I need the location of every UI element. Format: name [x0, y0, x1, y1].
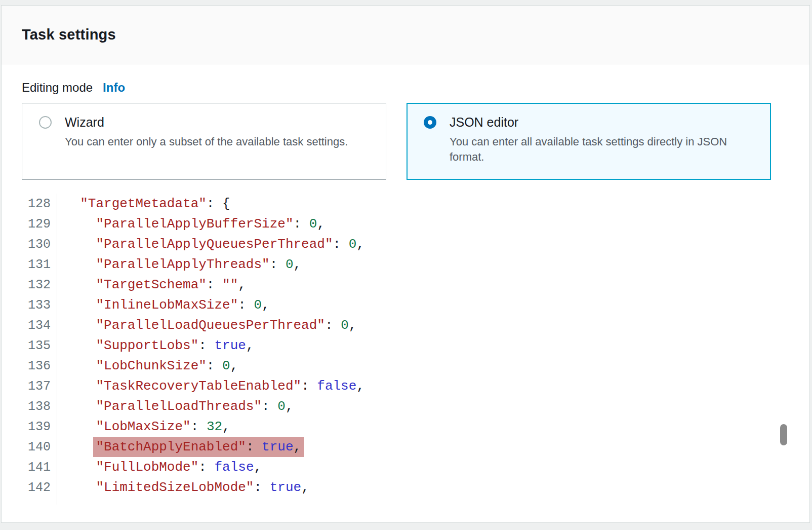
line-segment: "ParallelApplyBufferSize": 0,: [96, 216, 325, 232]
line-number: 134: [2, 315, 57, 335]
code-line[interactable]: 140 "BatchApplyEnabled": true,: [2, 437, 771, 457]
line-segment: "TargetMetadata": {: [80, 196, 230, 211]
code-line[interactable]: 138 "ParallelLoadThreads": 0,: [2, 396, 771, 417]
line-number: 136: [2, 356, 57, 376]
code-text: "ParallelApplyBufferSize": 0,: [57, 216, 325, 232]
code-line[interactable]: 131 "ParallelApplyThreads": 0,: [2, 254, 771, 275]
code-line[interactable]: 136 "LobChunkSize": 0,: [2, 356, 771, 376]
radio-wizard-icon[interactable]: [39, 116, 52, 129]
tile-json-editor-description: You can enter all available task setting…: [450, 134, 758, 165]
line-number: 142: [2, 477, 57, 498]
line-number: 139: [2, 417, 57, 437]
code-line[interactable]: 139 "LobMaxSize": 32,: [2, 417, 771, 437]
code-text: "ParallelLoadThreads": 0,: [57, 399, 294, 414]
code-line[interactable]: 128 "TargetMetadata": {: [2, 194, 771, 214]
line-segment: "FullLobMode": false,: [96, 460, 262, 475]
code-text: "TaskRecoveryTableEnabled": false,: [57, 378, 364, 394]
panel-header: Task settings: [2, 6, 809, 64]
gutter-extension-cell: [2, 498, 57, 505]
line-number: 137: [2, 376, 57, 396]
line-segment: "ParallelApplyQueuesPerThread": 0,: [96, 237, 364, 252]
line-segment: "LimitedSizeLobMode": true,: [96, 480, 309, 495]
code-text: "ParallelLoadQueuesPerThread": 0,: [57, 318, 356, 333]
code-text: "LobChunkSize": 0,: [57, 358, 238, 373]
line-segment: "InlineLobMaxSize": 0,: [96, 297, 269, 313]
tile-json-editor-label: JSON editor: [450, 115, 518, 130]
line-number: 132: [2, 275, 57, 295]
editing-mode-tiles: Wizard You can enter only a subset of th…: [22, 103, 771, 180]
code-text: "LobMaxSize": 32,: [57, 419, 230, 434]
code-line[interactable]: 134 "ParallelLoadQueuesPerThread": 0,: [2, 315, 771, 335]
line-number: 133: [2, 295, 57, 315]
code-line[interactable]: 129 "ParallelApplyBufferSize": 0,: [2, 214, 771, 234]
line-number: 131: [2, 254, 57, 275]
code-line[interactable]: 133 "InlineLobMaxSize": 0,: [2, 295, 771, 315]
line-segment: "LobChunkSize": 0,: [96, 358, 238, 373]
line-number: 138: [2, 396, 57, 417]
line-segment: "ParallelLoadQueuesPerThread": 0,: [96, 318, 356, 333]
gutter-extension: [2, 498, 771, 505]
code-text: "ParallelApplyThreads": 0,: [57, 257, 301, 272]
code-line[interactable]: 135 "SupportLobs": true,: [2, 335, 771, 356]
radio-json-editor-icon[interactable]: [424, 116, 436, 129]
tile-wizard[interactable]: Wizard You can enter only a subset of th…: [22, 103, 386, 180]
line-number: 141: [2, 457, 57, 477]
line-segment: "TargetSchema": "",: [96, 277, 246, 292]
line-number: 135: [2, 335, 57, 356]
code-line[interactable]: 130 "ParallelApplyQueuesPerThread": 0,: [2, 234, 771, 254]
line-number: 130: [2, 234, 57, 254]
tile-json-editor[interactable]: JSON editor You can enter all available …: [407, 103, 771, 180]
code-text: "FullLobMode": false,: [57, 460, 262, 475]
code-text: "TargetMetadata": {: [57, 196, 230, 211]
code-line[interactable]: 142 "LimitedSizeLobMode": true,: [2, 477, 771, 498]
editing-mode-label: Editing mode: [22, 81, 93, 95]
panel-content: Editing mode Info Wizard You can enter o…: [2, 81, 809, 505]
code-text: "SupportLobs": true,: [57, 338, 254, 353]
tile-wizard-description: You can enter only a subset of the avail…: [65, 134, 374, 149]
panel-title: Task settings: [22, 26, 116, 43]
tile-json-editor-top: JSON editor: [424, 115, 758, 130]
line-number: 129: [2, 214, 57, 234]
code-text: "LimitedSizeLobMode": true,: [57, 480, 309, 495]
code-line[interactable]: 141 "FullLobMode": false,: [2, 457, 771, 477]
task-settings-panel: Task settings Editing mode Info Wizard Y…: [1, 5, 810, 523]
info-link[interactable]: Info: [103, 81, 125, 95]
line-number: 140: [2, 437, 57, 457]
code-text: "ParallelApplyQueuesPerThread": 0,: [57, 237, 364, 252]
code-line[interactable]: 132 "TargetSchema": "",: [2, 275, 771, 295]
code-text: "InlineLobMaxSize": 0,: [57, 297, 270, 313]
editing-mode-row: Editing mode Info: [22, 81, 771, 95]
line-segment: "TaskRecoveryTableEnabled": false,: [96, 378, 364, 394]
code-text: "TargetSchema": "",: [57, 277, 246, 292]
line-number: 128: [2, 194, 57, 214]
tile-wizard-label: Wizard: [65, 115, 104, 130]
tile-wizard-top: Wizard: [39, 115, 374, 130]
line-segment: "ParallelLoadThreads": 0,: [96, 399, 293, 414]
line-segment: "ParallelApplyThreads": 0,: [96, 257, 301, 272]
code-text: "BatchApplyEnabled": true,: [57, 439, 304, 455]
highlighted-line-segment: "BatchApplyEnabled": true,: [93, 437, 304, 457]
scrollbar-thumb[interactable]: [780, 424, 787, 445]
line-segment: "LobMaxSize": 32,: [96, 419, 230, 434]
code-line[interactable]: 137 "TaskRecoveryTableEnabled": false,: [2, 376, 771, 396]
json-code-editor[interactable]: 128 "TargetMetadata": {129 "ParallelAppl…: [2, 194, 771, 505]
line-segment: "SupportLobs": true,: [96, 338, 254, 353]
